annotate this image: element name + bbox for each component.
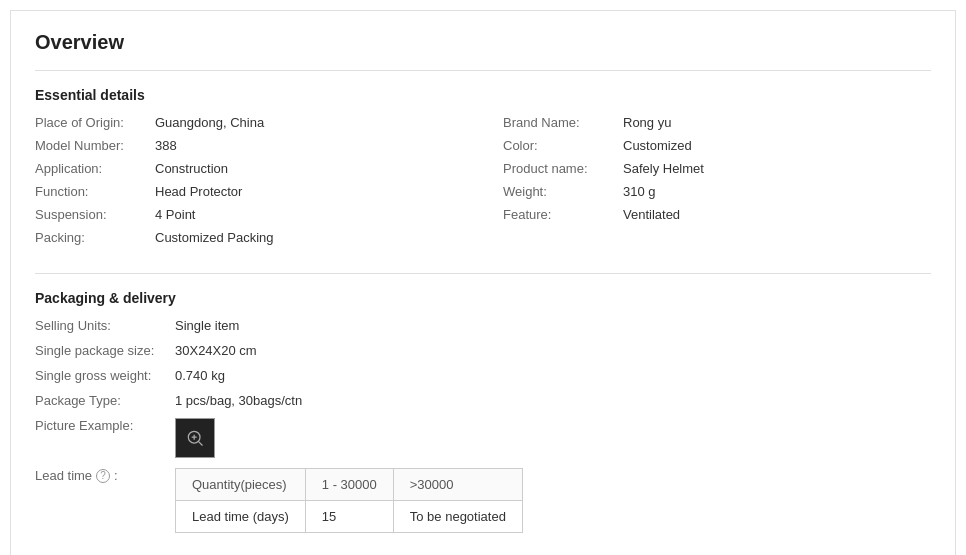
zoom-icon: [185, 428, 205, 448]
detail-row-packing: Packing: Customized Packing: [35, 230, 463, 245]
value-feature: Ventilated: [623, 207, 680, 222]
value-gross-weight: 0.740 kg: [175, 368, 225, 383]
label-application: Application:: [35, 161, 155, 176]
title-divider: [35, 70, 931, 71]
main-container: Overview Essential details Place of Orig…: [10, 10, 956, 555]
value-packing: Customized Packing: [155, 230, 274, 245]
picture-thumbnail[interactable]: [175, 418, 215, 458]
delivery-row-package-type: Package Type: 1 pcs/bag, 30bags/ctn: [35, 393, 931, 408]
packaging-heading: Packaging & delivery: [35, 290, 931, 306]
detail-row-function: Function: Head Protector: [35, 184, 463, 199]
delivery-row-package-size: Single package size: 30X24X20 cm: [35, 343, 931, 358]
details-grid: Place of Origin: Guangdong, China Model …: [35, 115, 931, 253]
label-brand: Brand Name:: [503, 115, 623, 130]
cell-lead-time-label: Lead time (days): [176, 501, 306, 533]
detail-row-product-name: Product name: Safely Helmet: [503, 161, 931, 176]
detail-row-model: Model Number: 388: [35, 138, 463, 153]
cell-lead-time-negotiated: To be negotiated: [393, 501, 522, 533]
lead-time-table-wrapper: Quantity(pieces) 1 - 30000 >30000 Lead t…: [175, 468, 523, 533]
label-selling-units: Selling Units:: [35, 318, 175, 333]
lead-time-text: Lead time: [35, 468, 92, 483]
detail-row-suspension: Suspension: 4 Point: [35, 207, 463, 222]
value-model: 388: [155, 138, 177, 153]
value-weight: 310 g: [623, 184, 656, 199]
delivery-row-gross-weight: Single gross weight: 0.740 kg: [35, 368, 931, 383]
section-divider: [35, 273, 931, 274]
value-package-size: 30X24X20 cm: [175, 343, 257, 358]
detail-row-weight: Weight: 310 g: [503, 184, 931, 199]
label-package-type: Package Type:: [35, 393, 175, 408]
detail-row-application: Application: Construction: [35, 161, 463, 176]
delivery-row-selling-units: Selling Units: Single item: [35, 318, 931, 333]
value-brand: Rong yu: [623, 115, 671, 130]
essential-heading: Essential details: [35, 87, 931, 103]
value-selling-units: Single item: [175, 318, 239, 333]
essential-left-col: Place of Origin: Guangdong, China Model …: [35, 115, 463, 253]
label-product-name: Product name:: [503, 161, 623, 176]
value-function: Head Protector: [155, 184, 242, 199]
lead-time-label: Lead time?:: [35, 468, 175, 483]
label-origin: Place of Origin:: [35, 115, 155, 130]
detail-row-brand: Brand Name: Rong yu: [503, 115, 931, 130]
value-application: Construction: [155, 161, 228, 176]
label-color: Color:: [503, 138, 623, 153]
label-picture-example: Picture Example:: [35, 418, 175, 433]
col-range-1: 1 - 30000: [305, 469, 393, 501]
col-quantity-label: Quantity(pieces): [176, 469, 306, 501]
label-suspension: Suspension:: [35, 207, 155, 222]
value-origin: Guangdong, China: [155, 115, 264, 130]
lead-time-table: Quantity(pieces) 1 - 30000 >30000 Lead t…: [175, 468, 523, 533]
value-package-type: 1 pcs/bag, 30bags/ctn: [175, 393, 302, 408]
essential-right-col: Brand Name: Rong yu Color: Customized Pr…: [503, 115, 931, 253]
detail-row-feature: Feature: Ventilated: [503, 207, 931, 222]
label-gross-weight: Single gross weight:: [35, 368, 175, 383]
label-model: Model Number:: [35, 138, 155, 153]
label-function: Function:: [35, 184, 155, 199]
table-data-row: Lead time (days) 15 To be negotiated: [176, 501, 523, 533]
table-header-row: Quantity(pieces) 1 - 30000 >30000: [176, 469, 523, 501]
svg-line-1: [198, 441, 202, 445]
packaging-section: Packaging & delivery Selling Units: Sing…: [35, 290, 931, 533]
col-range-2: >30000: [393, 469, 522, 501]
page-title: Overview: [35, 31, 931, 54]
delivery-row-picture: Picture Example:: [35, 418, 931, 458]
value-product-name: Safely Helmet: [623, 161, 704, 176]
essential-details-section: Essential details Place of Origin: Guang…: [35, 87, 931, 253]
detail-row-color: Color: Customized: [503, 138, 931, 153]
help-icon[interactable]: ?: [96, 469, 110, 483]
cell-lead-time-days: 15: [305, 501, 393, 533]
label-packing: Packing:: [35, 230, 155, 245]
label-weight: Weight:: [503, 184, 623, 199]
label-package-size: Single package size:: [35, 343, 175, 358]
value-color: Customized: [623, 138, 692, 153]
detail-row-origin: Place of Origin: Guangdong, China: [35, 115, 463, 130]
lead-time-row: Lead time?: Quantity(pieces) 1 - 30000 >…: [35, 468, 931, 533]
value-suspension: 4 Point: [155, 207, 195, 222]
label-feature: Feature:: [503, 207, 623, 222]
